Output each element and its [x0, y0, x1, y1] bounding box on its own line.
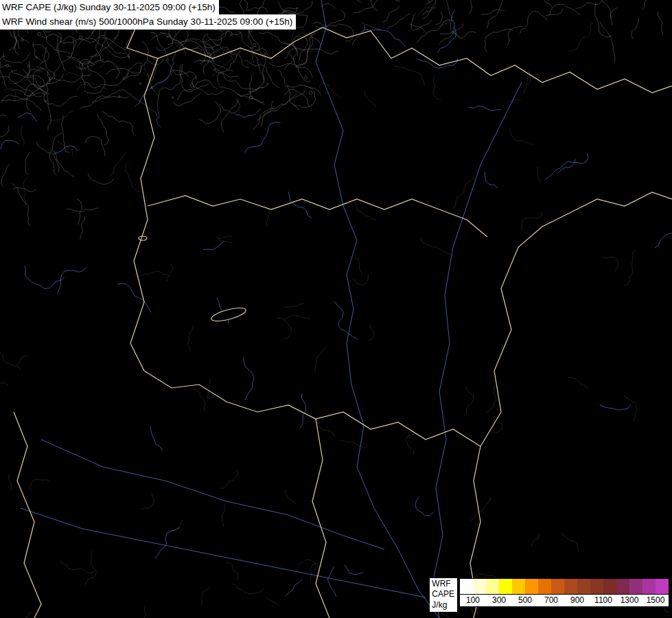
legend-title-line2: CAPE [432, 589, 454, 599]
legend-color-segment [473, 579, 486, 594]
map-title-windshear: WRF Wind shear (m/s) 500/1000hPa Sunday … [0, 14, 296, 30]
map-title-cape: WRF CAPE (J/kg) Sunday 30-11-2025 09:00 … [0, 0, 219, 15]
legend-color-segment [629, 579, 642, 594]
legend-title-line3: J/kg [432, 600, 454, 610]
legend-color-segment [486, 579, 499, 594]
legend-color-segment [551, 579, 564, 594]
legend-colorbar-wrap: 100300500700900110013001500 [459, 578, 669, 607]
legend-tick-label: 500 [518, 595, 532, 605]
legend-color-segment [590, 579, 603, 594]
legend-title: WRF CAPE J/kg [430, 578, 457, 612]
legend-tick-label: 100 [466, 595, 480, 605]
legend-color-segment [603, 579, 616, 594]
legend-tick-label: 1100 [594, 595, 612, 605]
legend-color-segment [538, 579, 551, 594]
legend-title-line1: WRF [432, 579, 454, 589]
legend-color-segment [499, 579, 512, 594]
cape-legend: WRF CAPE J/kg 10030050070090011001300150… [430, 578, 669, 612]
legend-color-segment [512, 579, 525, 594]
legend-tick-label: 700 [544, 595, 558, 605]
legend-tick-label: 900 [570, 595, 584, 605]
legend-colorbar [460, 579, 669, 594]
legend-tick-labels: 100300500700900110013001500 [460, 594, 669, 606]
legend-color-segment [616, 579, 629, 594]
legend-color-segment [564, 579, 577, 594]
legend-color-segment [460, 579, 473, 594]
legend-color-segment [642, 579, 656, 594]
legend-color-segment [577, 579, 590, 594]
legend-tick-label: 1500 [647, 595, 665, 605]
weather-map-canvas [0, 0, 672, 618]
legend-color-segment [525, 579, 538, 594]
legend-tick-label: 300 [492, 595, 506, 605]
legend-color-segment [656, 579, 669, 594]
legend-tick-label: 1300 [621, 595, 639, 605]
weather-map: WRF CAPE (J/kg) Sunday 30-11-2025 09:00 … [0, 0, 672, 618]
